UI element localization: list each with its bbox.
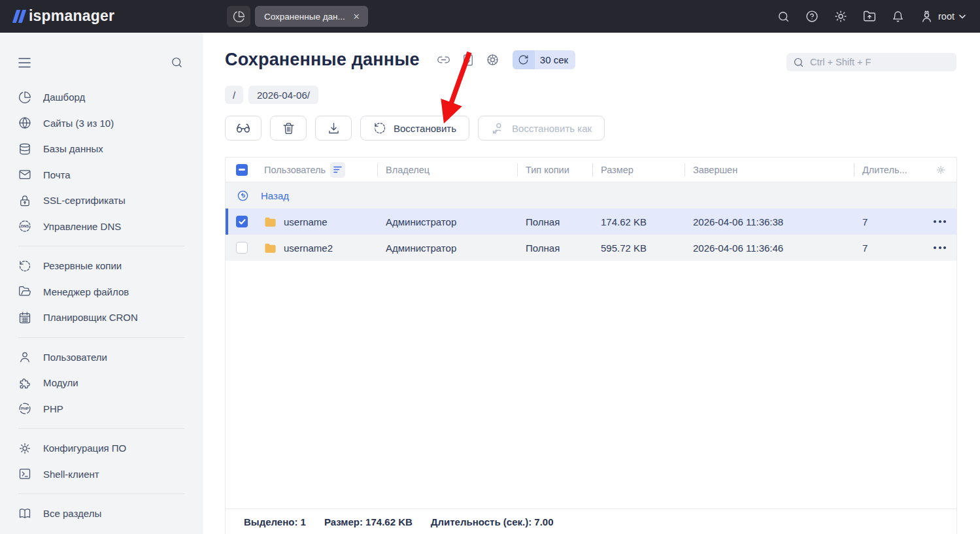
row-checkbox[interactable] [236,242,248,254]
toolbar: Восстановить Восстановить как [225,116,605,141]
topbar-actions: root [777,0,966,33]
pie-chart-icon [18,91,31,104]
table-header: Пользователь Владелец Тип копии Размер З… [226,158,956,182]
user-crown-icon [920,10,934,24]
column-header-owner[interactable]: Владелец [377,158,517,182]
tab-saved-data[interactable]: Сохраненные дан... ✕ [255,6,368,27]
sidebar-search-button[interactable] [171,56,183,69]
status-selected: Выделено: 1 [244,516,306,527]
settings-wheel-icon [486,53,499,67]
back-row[interactable]: Назад [226,182,956,209]
filter-search[interactable] [786,53,956,71]
bell-icon [892,10,904,23]
restore-icon [18,259,31,273]
status-size: Размер: 174.62 KB [324,516,413,527]
file-download-icon [462,54,475,67]
dns-icon: DNS [18,220,31,233]
row-menu-icon[interactable] [934,244,946,252]
sidebar-item-php[interactable]: PHP PHP [0,396,203,422]
columns-settings-icon[interactable] [936,165,946,175]
search-icon [793,57,804,68]
sidebar: Дашборд Сайты (3 из 10) Базы данных Почт… [0,33,203,534]
backup-owner: Администратор [377,242,517,254]
breadcrumb-folder[interactable]: 2026-04-06/ [248,86,318,104]
column-header-finished[interactable]: Завершен [684,158,854,182]
back-link[interactable]: Назад [256,190,956,201]
backup-copy-type: Полная [517,216,592,227]
user-menu[interactable]: root [920,10,966,24]
gear-icon [18,442,31,455]
sidebar-item-backups[interactable]: Резервные копии [0,253,203,279]
table-config-button[interactable] [486,53,499,67]
search-icon [171,56,183,69]
column-header-duration[interactable]: Длитель... [854,158,956,182]
main-content: Сохраненные данные 30 сек / 2026-04-06/ [203,33,980,534]
sidebar-item-shell[interactable]: Shell-клиент [0,461,203,488]
notifications-button[interactable] [892,10,904,23]
topbar: ispmanager Сохраненные дан... ✕ root [0,0,980,33]
user-icon [18,350,31,363]
sidebar-divider [18,493,184,494]
glasses-icon [235,120,251,136]
sidebar-item-dns[interactable]: DNS Управление DNS [0,214,203,240]
sidebar-item-databases[interactable]: Базы данных [0,136,203,162]
copy-link-button[interactable] [437,53,450,67]
calendar-icon [18,311,31,324]
column-header-size[interactable]: Размер [592,158,684,182]
breadcrumb-root[interactable]: / [225,86,243,104]
select-all-checkbox[interactable] [236,164,248,176]
backup-size: 595.72 KB [592,242,684,254]
sidebar-item-ssl[interactable]: SSL-сертификаты [0,188,203,214]
folder-icon [264,242,277,254]
sidebar-item-cron[interactable]: Планировщик CRON [0,305,203,331]
terminal-icon [18,467,31,480]
import-button[interactable] [863,10,876,23]
search-icon [777,10,790,23]
column-header-user[interactable]: Пользователь [256,158,377,182]
sidebar-item-file-manager[interactable]: Менеджер файлов [0,279,203,305]
sidebar-item-modules[interactable]: Модули [0,370,203,396]
column-header-copy-type[interactable]: Тип копии [517,158,592,182]
sidebar-item-dashboard[interactable]: Дашборд [0,84,203,110]
help-button[interactable] [805,10,819,23]
row-checkbox[interactable] [236,216,248,227]
globe-icon [18,116,31,129]
sidebar-divider [18,428,184,429]
mail-icon [18,168,31,181]
theme-button[interactable] [834,10,847,23]
delete-button[interactable] [270,116,307,141]
sort-icon[interactable] [330,162,345,178]
export-button[interactable] [462,54,475,67]
restore-button[interactable]: Восстановить [360,116,469,141]
restore-icon [373,122,386,135]
sidebar-item-all-sections[interactable]: Все разделы [0,501,203,527]
backup-finished: 2026-04-06 11:36:46 [684,242,854,254]
view-button[interactable] [225,116,262,141]
sidebar-item-users[interactable]: Пользователи [0,344,203,371]
restore-as-button[interactable]: Восстановить как [478,116,605,141]
menu-toggle-button[interactable] [18,58,31,68]
pie-chart-icon [233,10,245,23]
sidebar-divider [18,337,184,338]
status-bar: Выделено: 1 Размер: 174.62 KB Длительнос… [226,509,956,534]
chevron-down-icon [959,14,966,19]
auto-refresh-toggle[interactable]: 30 сек [513,50,575,69]
table-row[interactable]: username2 Администратор Полная 595.72 KB… [226,235,956,261]
sidebar-item-sites[interactable]: Сайты (3 из 10) [0,110,203,137]
table-row[interactable]: username Администратор Полная 174.62 KB … [226,209,956,235]
row-menu-icon[interactable] [934,218,946,225]
breadcrumb: / 2026-04-06/ [225,86,318,104]
app-logo[interactable]: ispmanager [14,7,114,25]
filter-search-input[interactable] [810,57,950,67]
download-button[interactable] [315,116,352,141]
sidebar-item-software-config[interactable]: Конфигурация ПО [0,435,203,461]
page-title: Сохраненные данные [225,50,420,70]
tab-close-icon[interactable]: ✕ [353,12,360,21]
sidebar-item-mail[interactable]: Почта [0,162,203,188]
dashboard-tab-button[interactable] [227,6,250,27]
logo-slashes-icon [14,10,24,23]
database-icon [18,142,31,156]
svg-text:PHP: PHP [21,407,29,410]
global-search-button[interactable] [777,10,790,23]
restore-label: Восстановить [394,123,456,134]
